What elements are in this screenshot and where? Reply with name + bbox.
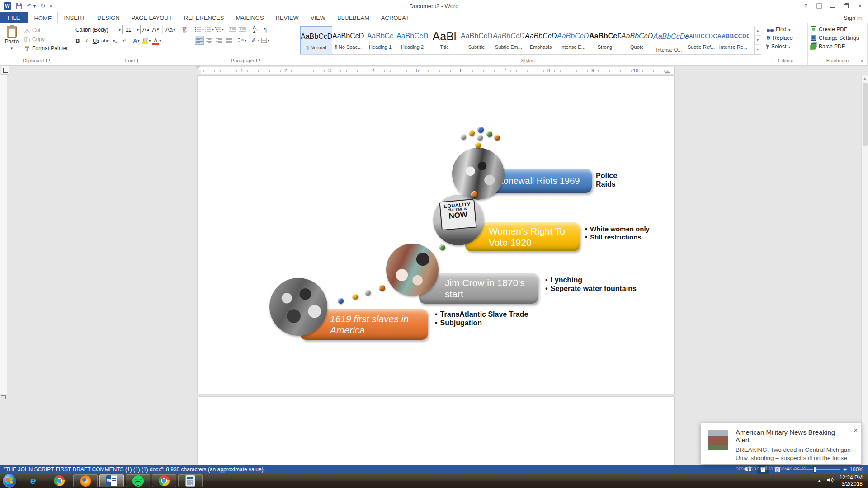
collapse-ribbon-icon[interactable]	[860, 58, 863, 63]
styles-scroll-down-icon[interactable]	[755, 36, 761, 45]
ball-gold[interactable]	[352, 294, 358, 300]
taskbar-spotify[interactable]	[126, 474, 150, 487]
styles-more-icon[interactable]	[755, 45, 761, 54]
ball-blue[interactable]	[477, 127, 484, 133]
style-quote[interactable]: AaBbCcDcQuote	[621, 26, 653, 54]
text-effects-button[interactable]: A	[132, 36, 140, 45]
tab-mailings[interactable]: MAILINGS	[230, 12, 269, 23]
vertical-scrollbar[interactable]	[861, 75, 868, 465]
taskbar-clock[interactable]: 12:24 PM 3/2/2018	[840, 474, 863, 487]
clear-formatting-icon[interactable]	[180, 25, 189, 34]
style-emphasis[interactable]: AaBbCcDcEmphasis	[525, 26, 557, 54]
notes-womens-vote[interactable]: White women only Still restrictions	[585, 225, 650, 241]
scrollbar-thumb[interactable]	[863, 83, 868, 146]
help-icon[interactable]: ?	[799, 1, 812, 10]
tab-view[interactable]: VIEW	[305, 12, 331, 23]
tab-acrobat[interactable]: ACROBAT	[375, 12, 415, 23]
ball-gold[interactable]	[469, 130, 475, 136]
start-button[interactable]	[3, 474, 16, 488]
taskbar-word[interactable]	[99, 474, 124, 487]
justify-button[interactable]	[225, 36, 234, 45]
change-settings-button[interactable]: Change Settings	[809, 33, 866, 42]
document-area[interactable]: 1619 first slaves in America Jim Crow in…	[0, 75, 868, 465]
style-subtle-emphasis[interactable]: AaBbCcDcSubtle Em...	[493, 26, 525, 54]
notes-1619[interactable]: TransAtlantic Slave Trade Subjugation	[435, 310, 528, 327]
strikethrough-button[interactable]: abe	[101, 36, 110, 45]
photo-stonewall[interactable]	[452, 148, 504, 200]
line-spacing-button[interactable]	[238, 36, 247, 45]
italic-button[interactable]: I	[83, 36, 91, 45]
tab-bluebeam[interactable]: BLUEBEAM	[331, 12, 375, 23]
tab-stop-selector[interactable]	[1, 66, 9, 75]
subscript-button[interactable]: x₂	[111, 36, 119, 45]
notification-popup[interactable]: American Military News Breaking Alert BR…	[701, 422, 862, 464]
style-intense-reference[interactable]: AABBCCDCIntense Re...	[717, 26, 750, 54]
tab-page-layout[interactable]: PAGE LAYOUT	[126, 12, 178, 23]
taskbar-internet-explorer[interactable]: e	[21, 474, 45, 487]
decrease-indent-button[interactable]	[228, 25, 237, 34]
ball-gold[interactable]	[475, 142, 481, 148]
font-color-button[interactable]: A	[152, 36, 161, 45]
shading-button[interactable]	[251, 36, 260, 45]
tab-review[interactable]: REVIEW	[270, 12, 305, 23]
horizontal-ruler[interactable]: 1 2 3 4 5 6 7 8 9 10	[198, 67, 675, 74]
sort-button[interactable]: AZ↓	[251, 25, 260, 34]
photo-slaves[interactable]	[269, 278, 327, 336]
highlight-button[interactable]	[141, 36, 151, 45]
create-pdf-button[interactable]: Create PDF	[809, 25, 866, 33]
style-heading2[interactable]: AaBbCcDHeading 2	[396, 26, 429, 54]
close-button[interactable]: ×	[854, 1, 866, 10]
vertical-ruler[interactable]	[0, 75, 7, 394]
copy-button[interactable]: Copy	[24, 35, 68, 43]
multilevel-list-button[interactable]	[215, 25, 224, 34]
ball-green[interactable]	[439, 244, 445, 250]
font-size-select[interactable]: 11	[124, 25, 141, 34]
clipboard-dialog-launcher[interactable]	[46, 59, 49, 62]
taskbar-firefox[interactable]	[73, 474, 98, 487]
notes-stonewall[interactable]: Police Raids	[596, 171, 629, 188]
photo-equality-march[interactable]: EQUALITY THE TIME IS NOW	[433, 195, 484, 245]
font-name-select[interactable]: Calibri (Body)	[74, 25, 123, 34]
photo-jim-crow[interactable]	[386, 244, 439, 296]
style-subtle-reference[interactable]: AABBCCDCSubtle Ref...	[685, 26, 717, 54]
tab-references[interactable]: REFERENCES	[178, 12, 230, 23]
tray-expand-icon[interactable]: ▲	[817, 479, 821, 483]
style-intense-quote[interactable]: AaBbCcDcIntense Q...	[653, 26, 685, 54]
format-painter-button[interactable]: Format Painter	[24, 44, 68, 52]
taskbar-chrome-pinned[interactable]	[47, 474, 71, 487]
bold-button[interactable]: B	[74, 36, 82, 45]
taskbar-calculator[interactable]	[178, 474, 203, 487]
underline-button[interactable]: U	[92, 36, 100, 45]
ball-orange[interactable]	[379, 285, 385, 291]
ball-silver[interactable]	[477, 135, 483, 141]
tab-file[interactable]: FILE	[0, 12, 28, 23]
ball-orange[interactable]	[494, 135, 500, 141]
align-left-button[interactable]	[195, 36, 204, 45]
tab-home[interactable]: HOME	[28, 12, 58, 23]
styles-dialog-launcher[interactable]	[537, 59, 540, 62]
tab-design[interactable]: DESIGN	[91, 12, 126, 23]
batch-pdf-button[interactable]: Batch PDF	[809, 42, 866, 51]
align-right-button[interactable]	[215, 36, 224, 45]
font-dialog-launcher[interactable]	[137, 59, 141, 62]
style-strong[interactable]: AaBbCcDcStrong	[589, 26, 621, 54]
align-center-button[interactable]	[205, 36, 214, 45]
indent-marker-right[interactable]	[665, 70, 670, 75]
indent-marker-left[interactable]	[196, 66, 201, 75]
ball-blue[interactable]	[338, 298, 344, 304]
bullets-button[interactable]	[195, 25, 204, 34]
change-case-button[interactable]: Aa	[165, 25, 175, 34]
increase-indent-button[interactable]	[238, 25, 247, 34]
style-heading1[interactable]: AaBbCcHeading 1	[364, 26, 396, 54]
ball-silver[interactable]	[461, 134, 466, 140]
numbering-button[interactable]: 123	[205, 25, 214, 34]
paste-dropdown-icon[interactable]	[11, 45, 13, 51]
shrink-font-button[interactable]: A▼	[152, 25, 160, 34]
borders-button[interactable]	[261, 36, 270, 45]
paragraph-dialog-launcher[interactable]	[256, 59, 259, 62]
show-formatting-button[interactable]: ¶	[261, 25, 270, 34]
style-normal[interactable]: AaBbCcDc¶ Normal	[300, 26, 332, 54]
ball-silver[interactable]	[365, 290, 371, 296]
ball-green[interactable]	[486, 131, 492, 137]
grow-font-button[interactable]: A▲	[142, 25, 151, 34]
